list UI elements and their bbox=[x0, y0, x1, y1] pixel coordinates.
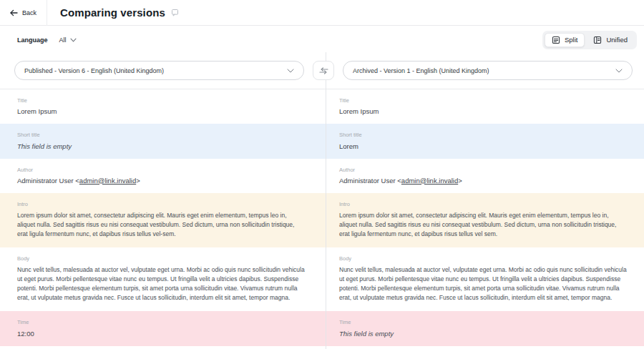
split-view-icon bbox=[552, 36, 560, 44]
unified-view-label: Unified bbox=[606, 36, 628, 44]
field-cell-intro-left: Intro Lorem ipsum dolor sit amet, consec… bbox=[0, 193, 322, 247]
field-value: Nunc velit tellus, malesuada at auctor v… bbox=[17, 265, 305, 303]
language-dropdown[interactable]: All bbox=[58, 35, 78, 45]
chevron-down-icon bbox=[70, 38, 77, 42]
field-comparison-table: Title Lorem Ipsum Title Lorem Ipsum Shor… bbox=[0, 89, 644, 346]
field-value: This field is empty bbox=[339, 330, 627, 338]
field-label: Body bbox=[339, 256, 627, 262]
field-value: Lorem Ipsum bbox=[17, 107, 305, 115]
author-suffix: > bbox=[458, 177, 462, 185]
author-name: Administrator User < bbox=[339, 177, 401, 185]
unified-view-button[interactable]: Unified bbox=[586, 33, 635, 47]
author-name: Administrator User < bbox=[17, 177, 79, 185]
author-suffix: > bbox=[136, 177, 140, 185]
field-value: Administrator User <admin@link.invalid> bbox=[339, 177, 627, 185]
swap-arrows-icon bbox=[319, 67, 328, 74]
field-value: This field is empty bbox=[17, 142, 305, 150]
author-email-link[interactable]: admin@link.invalid bbox=[401, 177, 458, 185]
page-title: Comparing versions bbox=[60, 6, 165, 19]
topbar-divider bbox=[47, 0, 47, 26]
toolbar: Language All Split bbox=[0, 26, 644, 52]
field-label: Title bbox=[17, 98, 305, 104]
field-row-short-title: Short title This field is empty Short ti… bbox=[0, 124, 644, 158]
split-view-label: Split bbox=[565, 36, 577, 44]
field-cell-author-left: Author Administrator User <admin@link.in… bbox=[0, 159, 322, 193]
field-row-author: Author Administrator User <admin@link.in… bbox=[0, 159, 644, 193]
split-view-button[interactable]: Split bbox=[545, 33, 585, 47]
comparing-versions-page: Back Comparing versions Language All bbox=[0, 0, 644, 349]
language-label: Language bbox=[17, 36, 48, 44]
language-value: All bbox=[59, 36, 67, 44]
field-value: Nunc velit tellus, malesuada at auctor v… bbox=[339, 265, 627, 303]
field-row-time: Time 12:00 Time This field is empty bbox=[0, 311, 644, 345]
field-cell-body-left: Body Nunc velit tellus, malesuada at auc… bbox=[0, 247, 322, 311]
field-row-intro: Intro Lorem ipsum dolor sit amet, consec… bbox=[0, 193, 644, 247]
field-label: Intro bbox=[17, 202, 305, 207]
unified-view-icon bbox=[593, 36, 602, 44]
compare-area: Published - Version 6 - English (United … bbox=[0, 52, 644, 349]
chevron-down-icon bbox=[615, 69, 623, 73]
field-value: 12:00 bbox=[17, 330, 305, 338]
view-mode-toggle: Split Unified bbox=[542, 31, 637, 49]
swap-versions-button[interactable] bbox=[313, 61, 334, 80]
field-label: Title bbox=[339, 98, 627, 104]
right-version-select[interactable]: Archived - Version 1 - English (United K… bbox=[343, 61, 633, 80]
left-version-select[interactable]: Published - Version 6 - English (United … bbox=[14, 61, 304, 80]
field-value: Lorem Ipsum bbox=[339, 107, 627, 115]
field-row-body: Body Nunc velit tellus, malesuada at auc… bbox=[0, 247, 644, 311]
field-label: Time bbox=[339, 320, 627, 325]
field-label: Author bbox=[339, 167, 627, 173]
field-label: Author bbox=[17, 167, 305, 173]
field-row-title: Title Lorem Ipsum Title Lorem Ipsum bbox=[0, 89, 644, 124]
field-label: Short title bbox=[339, 132, 627, 138]
author-email-link[interactable]: admin@link.invalid bbox=[79, 177, 136, 185]
language-group: Language All bbox=[17, 35, 78, 45]
field-cell-time-right: Time This field is empty bbox=[322, 311, 644, 345]
bottom-spacer bbox=[0, 346, 644, 349]
field-cell-short-title-left: Short title This field is empty bbox=[0, 124, 322, 158]
field-cell-time-left: Time 12:00 bbox=[0, 311, 322, 345]
top-bar: Back Comparing versions bbox=[0, 0, 644, 26]
field-label: Short title bbox=[17, 132, 305, 138]
field-value: Lorem ipsum dolor sit amet, consectetur … bbox=[339, 211, 627, 239]
left-version-value: Published - Version 6 - English (United … bbox=[24, 67, 164, 74]
version-selectors: Published - Version 6 - English (United … bbox=[0, 52, 644, 89]
field-value: Administrator User <admin@link.invalid> bbox=[17, 177, 305, 185]
field-cell-body-right: Body Nunc velit tellus, malesuada at auc… bbox=[322, 247, 644, 311]
back-label: Back bbox=[22, 9, 36, 16]
field-label: Time bbox=[17, 320, 305, 325]
field-cell-title-right: Title Lorem Ipsum bbox=[322, 89, 644, 124]
field-cell-author-right: Author Administrator User <admin@link.in… bbox=[322, 159, 644, 193]
right-version-value: Archived - Version 1 - English (United K… bbox=[353, 67, 489, 74]
field-cell-title-left: Title Lorem Ipsum bbox=[0, 89, 322, 124]
chevron-down-icon bbox=[287, 69, 294, 73]
back-arrow-icon bbox=[10, 9, 18, 16]
field-value: Lorem ipsum dolor sit amet, consectetur … bbox=[17, 211, 305, 239]
back-button[interactable]: Back bbox=[0, 0, 47, 25]
field-cell-intro-right: Intro Lorem ipsum dolor sit amet, consec… bbox=[322, 193, 644, 247]
comment-icon bbox=[171, 9, 179, 16]
field-label: Intro bbox=[339, 202, 627, 207]
field-label: Body bbox=[17, 256, 305, 262]
field-cell-short-title-right: Short title Lorem bbox=[322, 124, 644, 158]
field-value: Lorem bbox=[339, 142, 627, 150]
